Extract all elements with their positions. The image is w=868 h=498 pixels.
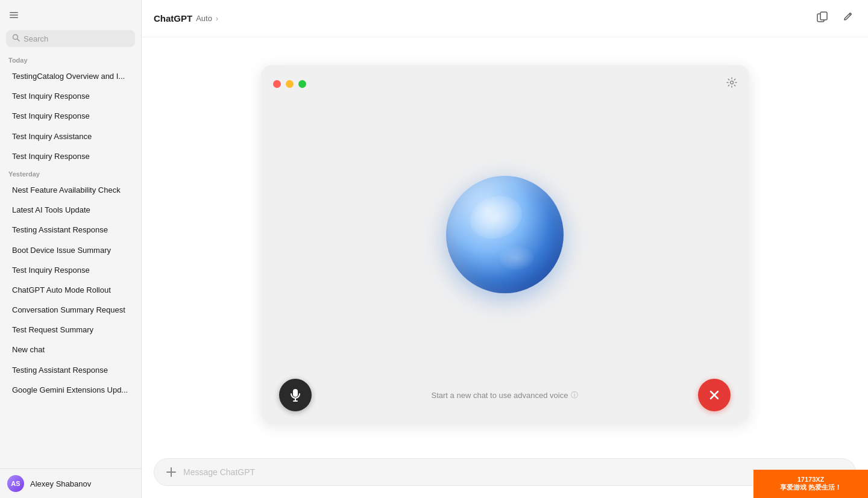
main-content: ChatGPT Auto › [142,0,868,498]
sidebar-footer: AS Alexey Shabanov [0,468,141,498]
edit-button[interactable] [839,8,856,28]
watermark-text: 17173XZ 享爱游戏 热爱生活！ [780,476,841,492]
section-label-today: Today [0,53,141,66]
list-item[interactable]: Test Inquiry Assistance [4,127,137,146]
microphone-button[interactable] [279,379,312,411]
close-button[interactable] [698,379,731,411]
traffic-light-yellow[interactable] [286,80,294,88]
voice-hint-text: Start a new chat to use advanced voice [432,391,568,400]
main-header: ChatGPT Auto › [142,0,868,37]
section-label-yesterday: Yesterday [0,167,141,180]
message-input-bar [154,458,856,486]
voice-modal: Start a new chat to use advanced voice ⓘ [261,65,749,423]
traffic-light-green[interactable] [298,80,306,88]
voice-hint: Start a new chat to use advanced voice ⓘ [432,390,579,400]
watermark: 17173XZ 享爱游戏 热爱生活！ [753,470,868,498]
list-item[interactable]: Test Request Summary [4,320,137,340]
chevron-right-icon: › [216,14,218,23]
orb-container [446,90,564,379]
svg-rect-6 [820,12,827,20]
list-item[interactable]: TestingCatalog Overview and I... [4,67,137,86]
voice-modal-container: Start a new chat to use advanced voice ⓘ [142,37,868,451]
copy-button[interactable] [814,8,831,28]
app-title: ChatGPT [154,13,192,23]
sidebar: Today TestingCatalog Overview and I... T… [0,0,142,498]
svg-rect-1 [10,14,18,16]
list-item[interactable]: Boot Device Issue Summary [4,241,137,260]
modal-bottom: Start a new chat to use advanced voice ⓘ [273,379,737,411]
traffic-light-red[interactable] [273,80,281,88]
watermark-line1: 17173XZ [780,476,841,483]
sidebar-list: Today TestingCatalog Overview and I... T… [0,53,141,468]
search-icon [12,34,20,43]
list-item[interactable]: Conversation Summary Request [4,300,137,320]
list-item[interactable]: Test Inquiry Response [4,261,137,280]
app-mode[interactable]: Auto [196,14,212,23]
modal-settings-button[interactable] [726,77,737,90]
list-item[interactable]: Google Gemini Extensions Upd... [4,381,137,400]
sidebar-toggle-button[interactable] [6,7,22,25]
search-bar[interactable] [6,30,135,47]
user-name: Alexey Shabanov [30,479,91,488]
sidebar-top [0,0,141,30]
list-item[interactable]: Test Inquiry Response [4,107,137,126]
message-input[interactable] [183,467,844,477]
header-left: ChatGPT Auto › [154,13,218,23]
header-right [814,8,856,28]
attachment-button[interactable] [165,466,177,478]
voice-orb [446,176,564,293]
list-item[interactable]: New chat [4,340,137,359]
svg-rect-8 [293,389,298,397]
list-item[interactable]: Test Inquiry Response [4,87,137,106]
svg-rect-0 [10,12,18,13]
svg-line-4 [17,39,20,42]
list-item[interactable]: Testing Assistant Response [4,361,137,380]
list-item[interactable]: Test Inquiry Response [4,147,137,166]
modal-header-row [273,77,737,90]
svg-rect-2 [10,17,18,19]
list-item[interactable]: ChatGPT Auto Mode Rollout [4,281,137,300]
search-input[interactable] [24,34,129,43]
list-item[interactable]: Testing Assistant Response [4,220,137,240]
avatar: AS [7,475,24,492]
watermark-line2: 享爱游戏 热爱生活！ [780,483,841,492]
list-item[interactable]: Nest Feature Availability Check [4,181,137,200]
svg-point-7 [730,81,733,84]
info-icon: ⓘ [571,390,578,400]
traffic-lights [273,80,306,88]
list-item[interactable]: Latest AI Tools Update [4,201,137,220]
